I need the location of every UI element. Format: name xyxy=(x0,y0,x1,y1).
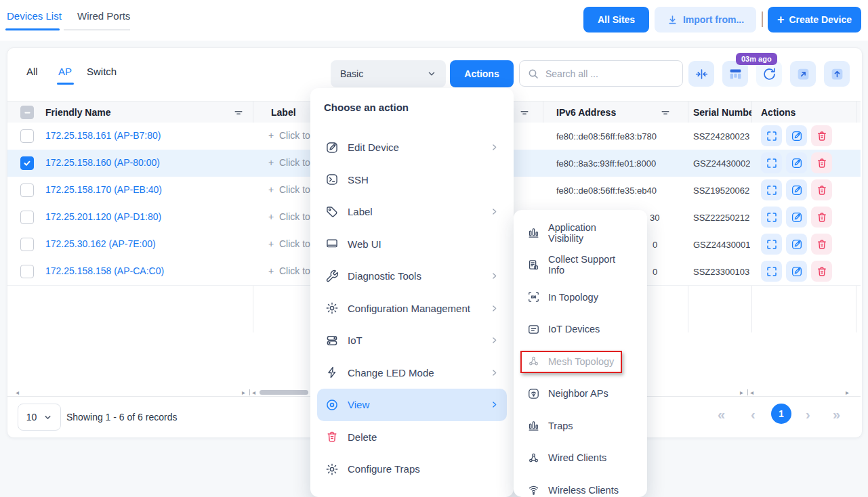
search-input[interactable] xyxy=(544,68,669,80)
delete-device-button[interactable] xyxy=(811,125,832,146)
row-checkbox[interactable] xyxy=(20,265,34,278)
submenu-item-mesh-topology[interactable]: Mesh Topology xyxy=(520,345,640,378)
current-page-button[interactable]: 1 xyxy=(771,404,791,424)
search-icon xyxy=(528,68,539,79)
edit-device-button[interactable] xyxy=(786,125,807,146)
menu-item-delete[interactable]: Delete xyxy=(317,421,507,454)
menu-item-configure-traps[interactable]: Configure Traps xyxy=(317,453,507,485)
lightning-icon xyxy=(325,366,339,379)
menu-item-label[interactable]: Label xyxy=(317,196,507,228)
collapse-columns-button[interactable] xyxy=(688,61,714,87)
submenu-item-application-visibility[interactable]: Application Visibility xyxy=(520,217,640,249)
actions-button[interactable]: Actions xyxy=(450,60,514,87)
menu-item-web-ui[interactable]: Web UI xyxy=(317,228,507,261)
row-checkbox[interactable] xyxy=(20,156,34,170)
delete-device-button[interactable] xyxy=(811,234,832,255)
submenu-item-wired-clients[interactable]: Wired Clients xyxy=(520,442,640,475)
label-cell[interactable]: + Click to xyxy=(268,238,310,249)
scroll-right-arrow[interactable]: ▸ xyxy=(242,389,245,396)
edit-device-button[interactable] xyxy=(786,179,807,200)
row-checkbox[interactable] xyxy=(20,238,34,251)
scrollbar-divider xyxy=(747,389,748,395)
edit-icon xyxy=(791,211,803,223)
column-header-ipv6[interactable]: IPv6 Address xyxy=(556,107,616,118)
filter-icon-ipv6[interactable] xyxy=(661,108,670,118)
row-checkbox[interactable] xyxy=(20,183,34,197)
submenu-item-collect-support-info[interactable]: Collect Support Info xyxy=(520,249,640,282)
filter-icon-hidden-column[interactable] xyxy=(520,108,529,118)
device-name-link[interactable]: 172.25.158.160 (AP-80:00) xyxy=(45,157,160,168)
tab-wired-ports[interactable]: Wired Ports xyxy=(77,10,130,22)
first-page-button[interactable]: « xyxy=(718,408,725,421)
column-header-label[interactable]: Label xyxy=(271,107,296,118)
column-header-friendly-name[interactable]: Friendly Name xyxy=(45,107,110,118)
trash-icon xyxy=(816,184,828,196)
menu-item-diagnostic-tools[interactable]: Diagnostic Tools xyxy=(317,260,507,293)
import-from-button[interactable]: Import from... xyxy=(655,7,756,33)
ipv6-cell-fragment: 30 xyxy=(650,213,686,223)
last-page-button[interactable]: » xyxy=(833,408,840,421)
delete-device-button[interactable] xyxy=(811,179,832,200)
submenu-item-neighbor-aps[interactable]: Neighbor APs xyxy=(520,378,640,410)
column-header-serial[interactable]: Serial Numbe xyxy=(693,107,751,118)
open-external-button[interactable] xyxy=(790,61,816,87)
previous-page-button[interactable]: ‹ xyxy=(751,408,756,421)
menu-item-ssh[interactable]: SSH xyxy=(317,164,507,196)
edit-device-button[interactable] xyxy=(786,152,807,173)
menu-item-view[interactable]: View xyxy=(317,389,507,421)
scrollbar-thumb[interactable] xyxy=(260,390,308,395)
scroll-right-arrow[interactable]: ▸ xyxy=(740,389,743,396)
ipv6-cell: fe80::de08:56ff:fe83:b780 xyxy=(556,131,686,142)
next-page-button[interactable]: › xyxy=(806,408,810,421)
submenu-item-iot-devices[interactable]: IoT Devices xyxy=(520,314,640,346)
label-cell[interactable]: + Click to xyxy=(268,211,310,222)
menu-item-change-led-mode[interactable]: Change LED Mode xyxy=(317,357,507,389)
filter-tab-switch[interactable]: Switch xyxy=(87,66,117,77)
filter-tab-ap[interactable]: AP xyxy=(58,66,72,77)
edit-device-button[interactable] xyxy=(786,261,807,282)
delete-device-button[interactable] xyxy=(811,261,832,282)
expand-device-button[interactable] xyxy=(761,152,782,173)
scroll-left-arrow[interactable]: ◂ xyxy=(252,389,255,396)
filter-tab-all[interactable]: All xyxy=(26,66,38,77)
device-name-link[interactable]: 172.25.30.162 (AP-7E:00) xyxy=(45,238,156,249)
create-device-button[interactable]: + Create Device xyxy=(768,7,861,33)
row-checkbox[interactable] xyxy=(20,129,34,143)
edit-device-button[interactable] xyxy=(786,234,807,255)
expand-device-button[interactable] xyxy=(761,125,782,146)
scroll-left-arrow[interactable]: ◂ xyxy=(16,389,19,396)
filter-icon-friendly-name[interactable] xyxy=(234,108,243,118)
label-cell[interactable]: + Click to xyxy=(268,184,310,195)
submenu-item-traps[interactable]: Traps xyxy=(520,410,640,442)
select-all-checkbox[interactable] xyxy=(20,106,34,119)
expand-device-button[interactable] xyxy=(761,261,782,282)
scroll-right-arrow[interactable]: ▸ xyxy=(846,389,849,396)
all-sites-button[interactable]: All Sites xyxy=(583,7,649,33)
expand-device-button[interactable] xyxy=(761,207,782,228)
edit-device-button[interactable] xyxy=(786,207,807,228)
page-size-select[interactable]: 10 xyxy=(18,404,61,431)
export-button[interactable] xyxy=(824,61,850,87)
row-checkbox[interactable] xyxy=(20,211,34,224)
delete-device-button[interactable] xyxy=(811,207,832,228)
tab-devices-list[interactable]: Devices List xyxy=(7,10,62,22)
submenu-item-in-topology[interactable]: In Topology xyxy=(520,281,640,314)
expand-device-button[interactable] xyxy=(761,179,782,200)
label-cell[interactable]: + Click to xyxy=(268,265,310,276)
device-name-link[interactable]: 172.25.158.158 (AP-CA:C0) xyxy=(45,265,164,276)
submenu-item-wireless-clients[interactable]: Wireless Clients xyxy=(520,474,640,497)
label-placeholder: Click to xyxy=(279,157,310,168)
view-mode-select[interactable]: Basic xyxy=(331,60,446,87)
submenu-item-label: In Topology xyxy=(548,292,598,303)
menu-item-edit-device[interactable]: Edit Device xyxy=(317,131,507,164)
label-cell[interactable]: + Click to xyxy=(268,157,310,168)
device-name-link[interactable]: 172.25.201.120 (AP-D1:80) xyxy=(45,211,161,222)
expand-device-button[interactable] xyxy=(761,234,782,255)
device-name-link[interactable]: 172.25.158.170 (AP-EB:40) xyxy=(45,184,162,195)
scroll-left-arrow[interactable]: ◂ xyxy=(750,389,753,396)
device-name-link[interactable]: 172.25.158.161 (AP-B7:80) xyxy=(45,130,161,141)
label-cell[interactable]: + Click to xyxy=(268,130,310,141)
delete-device-button[interactable] xyxy=(811,152,832,173)
menu-item-iot[interactable]: IoT xyxy=(317,324,507,357)
menu-item-configuration-management[interactable]: Configuration Management xyxy=(317,293,507,325)
